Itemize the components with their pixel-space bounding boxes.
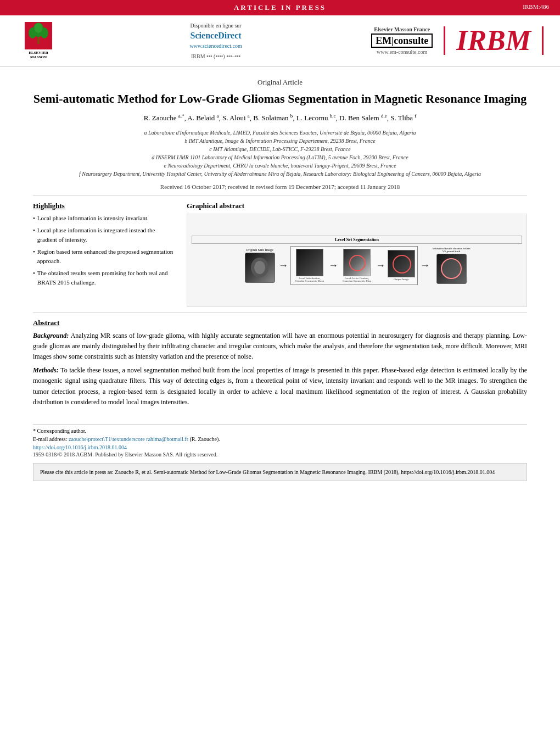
copyright-line: 1959-0318/© 2018 AGBM. Published by Else…	[33, 451, 527, 458]
bullet-icon: •	[33, 269, 35, 287]
received-line: Received 16 October 2017; received in re…	[33, 183, 527, 190]
highlights-title: Highlights	[33, 202, 176, 210]
elsevier-logo: ELSEVIER MASSON	[16, 22, 60, 60]
methods-text: To tackle these issues, a novel segmenta…	[33, 366, 527, 406]
divider-1	[33, 196, 527, 196]
methods-label: Methods:	[33, 366, 59, 374]
affil-c: c IMT Atlantique, DECIDE, Lab-STICC, F-2…	[33, 145, 527, 153]
highlights-graphical-row: Highlights • Local phase information is …	[33, 202, 527, 307]
abstract-section: Abstract Background: Analyzing MR scans …	[33, 319, 527, 408]
irbm-big-label: IRBM	[456, 26, 531, 55]
article-in-press-banner: ARTICLE IN PRESS IRBM:486	[0, 0, 560, 15]
highlight-item-4: • The obtained results seem promising fo…	[33, 269, 176, 287]
email-line: E-mail address: zaouche\protect\T1\textu…	[33, 436, 527, 442]
svg-rect-4	[37, 37, 40, 44]
corresponding-label: * Corresponding author.	[33, 428, 527, 434]
affil-f: f Neurosurgery Department, University Ho…	[33, 170, 527, 178]
background-label: Background:	[33, 332, 69, 339]
highlights-list: • Local phase information is intensity i…	[33, 214, 176, 287]
sciencedirect-url: www.sciencedirect.com	[189, 43, 242, 49]
affiliations: a Laboratoire d'Informatique Médicale, L…	[33, 129, 527, 178]
em-logo: EM|consulte	[371, 34, 433, 48]
em-url: www.em-consulte.com	[377, 49, 427, 55]
elsevier-masson-label: Elsevier Masson France	[374, 26, 430, 32]
highlight-text-2: Local phase information is integrated in…	[37, 226, 176, 244]
svg-point-5	[35, 23, 42, 33]
elsevier-tree-icon	[25, 22, 52, 49]
authors: R. Zaouche a,*, A. Belaid a, S. Aloui a,…	[33, 113, 527, 122]
header: ELSEVIER MASSON Disponible en ligne sur …	[0, 15, 560, 67]
irbm-code: IRBM:486	[523, 3, 549, 10]
article-type: Original Article	[33, 78, 527, 87]
em-consulte-block: Elsevier Masson France EM|consulte www.e…	[371, 26, 433, 55]
highlight-text-3: Region based term enhanced the proposed …	[37, 247, 176, 265]
irbm-journal: IRBM ••• (••••) •••–•••	[191, 53, 240, 59]
abstract-text: Background: Analyzing MR scans of low-gr…	[33, 331, 527, 408]
disponible-label: Disponible en ligne sur	[191, 23, 242, 29]
highlight-item-2: • Local phase information is integrated …	[33, 226, 176, 244]
svg-point-7	[254, 261, 265, 274]
affil-a: a Laboratoire d'Informatique Médicale, L…	[33, 129, 527, 137]
doi-link[interactable]: https://doi.org/10.1016/j.irbm.2018.01.0…	[33, 444, 527, 450]
affil-e: e Neuroradiology Department, CHRU la cav…	[33, 161, 527, 170]
background-paragraph: Background: Analyzing MR scans of low-gr…	[33, 331, 527, 362]
abstract-heading: Abstract	[33, 319, 527, 327]
methods-paragraph: Methods: To tackle these issues, a novel…	[33, 365, 527, 408]
highlight-item-3: • Region based term enhanced the propose…	[33, 247, 176, 265]
graphical-title: Graphical abstract	[187, 202, 527, 210]
highlight-text-1: Local phase information is intensity inv…	[37, 214, 149, 223]
irbm-logo-block: IRBM	[444, 26, 544, 55]
highlight-item-1: • Local phase information is intensity i…	[33, 214, 176, 223]
bullet-icon: •	[33, 226, 35, 244]
email-label: E-mail address:	[33, 436, 67, 442]
footer-notes: * Corresponding author. E-mail address: …	[33, 424, 527, 458]
graphical-abstract-block: Graphical abstract Level Set Segmentatio…	[187, 202, 527, 307]
bullet-icon: •	[33, 214, 35, 223]
elsevier-label: ELSEVIER MASSON	[29, 51, 48, 60]
citation-box: Please cite this article in press as: Za…	[33, 463, 527, 481]
sciencedirect-label: ScienceDirect	[191, 31, 242, 41]
divider-2	[33, 313, 527, 313]
highlights-block: Highlights • Local phase information is …	[33, 202, 176, 307]
email-address[interactable]: zaouche\protect\T1\textunderscore rahima…	[69, 436, 188, 442]
banner-text: ARTICLE IN PRESS	[234, 3, 326, 12]
affil-d: d INSERM UMR 1101 Laboratory of Medical …	[33, 153, 527, 161]
affil-b: b IMT Atlantique, Image & Information Pr…	[33, 137, 527, 145]
graphical-image: Level Set Segmentation Original MRI Imag…	[187, 214, 527, 307]
main-content: Original Article Semi-automatic Method f…	[0, 67, 560, 492]
background-text: Analyzing MR scans of low-grade glioma, …	[33, 332, 527, 360]
citation-text: Please cite this article in press as: Za…	[40, 469, 495, 475]
sciencedirect-block: Disponible en ligne sur ScienceDirect ww…	[71, 23, 360, 59]
highlight-text-4: The obtained results seem promising for …	[37, 269, 176, 287]
paper-title: Semi-automatic Method for Low-Grade Glio…	[33, 91, 527, 107]
email-suffix: (R. Zaouche).	[190, 436, 220, 442]
bullet-icon: •	[33, 247, 35, 265]
